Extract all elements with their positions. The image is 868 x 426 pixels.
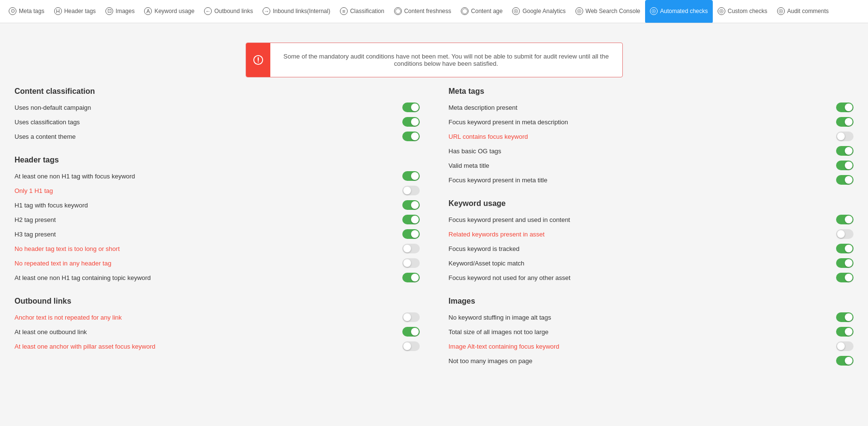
nav-item-classification[interactable]: ≡Classification xyxy=(335,0,389,23)
check-label-1: Only 1 H1 tag xyxy=(15,187,398,194)
svg-point-2 xyxy=(257,61,258,62)
check-row-0: Anchor text is not repeated for any link xyxy=(15,312,420,322)
toggle-2[interactable] xyxy=(836,244,853,253)
toggle-0[interactable] xyxy=(836,103,853,112)
nav-icon-audit-comments: ◎ xyxy=(777,7,785,15)
toggle-7[interactable] xyxy=(402,273,420,282)
check-label-3: Not too many images on page xyxy=(449,357,833,365)
toggle-0[interactable] xyxy=(402,171,420,181)
check-row-5: Focus keyword present in meta title xyxy=(449,175,854,185)
toggle-0[interactable] xyxy=(402,103,420,112)
nav-label-images: Images xyxy=(116,8,134,15)
check-row-1: Related keywords present in asset xyxy=(449,229,854,239)
toggle-2[interactable] xyxy=(402,341,420,351)
toggle-0[interactable] xyxy=(402,312,420,322)
nav-icon-outbound-links: ← xyxy=(204,7,212,15)
outbound-links-rows: Anchor text is not repeated for any link… xyxy=(15,312,420,351)
toggle-3[interactable] xyxy=(402,215,420,224)
nav-label-inbound-links: Inbound links(Internal) xyxy=(273,8,330,15)
nav-icon-content-freshness: ◯ xyxy=(394,7,402,15)
check-label-2: Uses a content theme xyxy=(15,133,398,140)
toggle-2[interactable] xyxy=(836,132,853,141)
nav-item-audit-comments[interactable]: ◎Audit comments xyxy=(772,0,834,23)
nav-item-meta-tags[interactable]: ⊙Meta tags xyxy=(4,0,49,23)
check-row-3: H2 tag present xyxy=(15,215,420,224)
check-label-1: Related keywords present in asset xyxy=(449,231,833,238)
check-label-7: At least one non H1 tag containing topic… xyxy=(15,274,398,281)
nav-item-images[interactable]: ⊡Images xyxy=(101,0,139,23)
toggle-2[interactable] xyxy=(402,200,420,210)
check-row-3: Not too many images on page xyxy=(449,356,854,366)
check-row-3: Has basic OG tags xyxy=(449,146,854,156)
toggle-slider-0 xyxy=(402,171,420,181)
keyword-usage-title: Keyword usage xyxy=(449,199,854,208)
nav-label-content-age: Content age xyxy=(471,8,502,15)
toggle-slider-3 xyxy=(836,258,853,268)
toggle-0[interactable] xyxy=(836,312,853,322)
nav-icon-inbound-links: → xyxy=(263,7,270,15)
check-row-2: Focus keyword is tracked xyxy=(449,244,854,253)
toggle-5[interactable] xyxy=(402,244,420,253)
toggle-2[interactable] xyxy=(402,132,420,141)
toggle-1[interactable] xyxy=(836,229,853,239)
check-row-2: H1 tag with focus keyword xyxy=(15,200,420,210)
toggle-1[interactable] xyxy=(402,117,420,127)
navbar: ⊙Meta tagsHHeader tags⊡ImagesAKeyword us… xyxy=(0,0,868,23)
toggle-3[interactable] xyxy=(836,258,853,268)
check-label-0: Meta description present xyxy=(449,104,833,111)
nav-icon-keyword-usage: A xyxy=(144,7,152,15)
check-row-0: No keyword stuffing in image alt tags xyxy=(449,312,854,322)
check-row-7: At least one non H1 tag containing topic… xyxy=(15,273,420,282)
toggle-slider-4 xyxy=(836,273,853,282)
toggle-1[interactable] xyxy=(402,327,420,337)
check-label-4: Valid meta title xyxy=(449,162,833,169)
toggle-slider-0 xyxy=(836,103,853,112)
nav-icon-header-tags: H xyxy=(54,7,62,15)
nav-item-google-analytics[interactable]: ◎Google Analytics xyxy=(507,0,570,23)
toggle-3[interactable] xyxy=(836,356,853,366)
toggle-4[interactable] xyxy=(836,161,853,170)
nav-item-outbound-links[interactable]: ←Outbound links xyxy=(199,0,258,23)
check-label-1: Focus keyword present in meta descriptio… xyxy=(449,118,833,126)
check-label-1: Total size of all images not too large xyxy=(449,328,833,336)
nav-item-content-age[interactable]: ◯Content age xyxy=(456,0,507,23)
nav-icon-content-age: ◯ xyxy=(461,7,469,15)
toggle-slider-2 xyxy=(836,244,853,253)
check-label-0: Focus keyword present and used in conten… xyxy=(449,216,833,223)
toggle-1[interactable] xyxy=(836,117,853,127)
nav-label-custom-checks: Custom checks xyxy=(728,8,767,15)
check-row-0: Meta description present xyxy=(449,103,854,112)
meta-tags-section: Meta tags Meta description presentFocus … xyxy=(449,87,854,185)
nav-item-content-freshness[interactable]: ◯Content freshness xyxy=(389,0,456,23)
check-row-2: Image Alt-text containing focus keyword xyxy=(449,341,854,351)
toggle-slider-6 xyxy=(402,258,420,268)
nav-item-custom-checks[interactable]: ◎Custom checks xyxy=(713,0,772,23)
nav-item-automated-checks[interactable]: ◎Automated checks xyxy=(645,0,713,23)
toggle-5[interactable] xyxy=(836,175,853,185)
nav-item-web-search-console[interactable]: ◎Web Search Console xyxy=(571,0,645,23)
check-row-4: H3 tag present xyxy=(15,229,420,239)
nav-item-keyword-usage[interactable]: AKeyword usage xyxy=(139,0,199,23)
nav-label-audit-comments: Audit comments xyxy=(787,8,829,15)
nav-item-inbound-links[interactable]: →Inbound links(Internal) xyxy=(258,0,335,23)
check-row-5: No header tag text is too long or short xyxy=(15,244,420,253)
main-content: Some of the mandatory audit conditions h… xyxy=(0,23,868,390)
toggle-3[interactable] xyxy=(836,146,853,156)
toggle-slider-2 xyxy=(402,132,420,141)
toggle-1[interactable] xyxy=(402,186,420,195)
toggle-2[interactable] xyxy=(836,341,853,351)
toggle-4[interactable] xyxy=(402,229,420,239)
nav-label-classification: Classification xyxy=(350,8,384,15)
nav-label-automated-checks: Automated checks xyxy=(660,8,708,15)
toggle-1[interactable] xyxy=(836,327,853,337)
toggle-4[interactable] xyxy=(836,273,853,282)
toggle-0[interactable] xyxy=(836,215,853,224)
meta-tags-rows: Meta description presentFocus keyword pr… xyxy=(449,103,854,185)
header-tags-rows: At least one non H1 tag with focus keywo… xyxy=(15,171,420,282)
nav-icon-meta-tags: ⊙ xyxy=(9,7,16,15)
nav-item-header-tags[interactable]: HHeader tags xyxy=(49,0,101,23)
check-row-2: Uses a content theme xyxy=(15,132,420,141)
toggle-6[interactable] xyxy=(402,258,420,268)
check-label-4: H3 tag present xyxy=(15,231,398,238)
check-row-2: URL contains focus keyword xyxy=(449,132,854,141)
